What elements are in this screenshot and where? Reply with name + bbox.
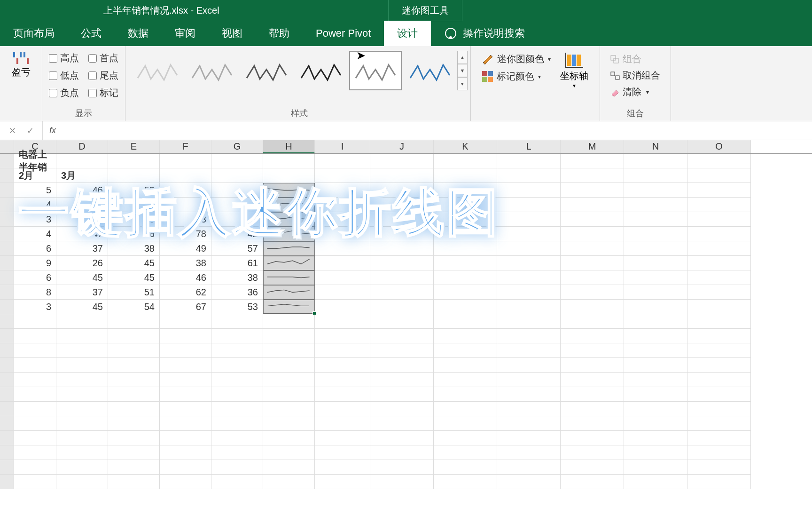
cell[interactable] [624,460,687,475]
cell[interactable] [370,358,434,373]
cell[interactable] [497,183,561,198]
cell[interactable] [561,416,624,431]
colhdr-E[interactable]: E [108,140,160,153]
cell[interactable] [56,460,108,475]
cell[interactable] [160,343,211,358]
cell[interactable]: 电器上半年销 [14,154,56,168]
cell[interactable]: 61 [211,256,263,270]
cell[interactable] [56,431,108,445]
cell[interactable] [108,358,160,373]
cell[interactable] [211,343,263,358]
cell[interactable]: 45 [108,256,160,270]
cell[interactable] [624,314,687,329]
style-option-5[interactable] [404,51,456,90]
cell[interactable] [497,270,561,285]
cell[interactable] [160,402,211,416]
cell[interactable] [14,475,56,489]
cell[interactable] [370,270,434,285]
cell[interactable] [263,285,315,300]
cell[interactable] [315,373,370,387]
cell[interactable] [687,387,751,402]
cell[interactable] [624,445,687,460]
cell[interactable] [561,358,624,373]
cell[interactable]: 38 [160,256,211,270]
cell[interactable] [624,402,687,416]
cell[interactable] [624,387,687,402]
cell[interactable] [497,402,561,416]
cell[interactable] [370,154,434,168]
cell[interactable] [263,154,315,168]
cell[interactable] [434,314,497,329]
cell[interactable] [561,198,624,212]
cell[interactable] [315,358,370,373]
cell[interactable] [263,460,315,475]
cell[interactable] [315,256,370,270]
cell[interactable] [370,445,434,460]
cell[interactable] [497,387,561,402]
cell[interactable] [687,431,751,445]
cell[interactable] [497,168,561,183]
cell[interactable] [497,241,561,256]
cell[interactable] [370,329,434,343]
cell[interactable] [263,431,315,445]
cell[interactable] [108,329,160,343]
cell[interactable] [56,416,108,431]
cell[interactable]: 51 [108,285,160,300]
cell[interactable] [315,416,370,431]
cell[interactable] [434,285,497,300]
cell[interactable] [497,416,561,431]
cell[interactable] [211,402,263,416]
cell[interactable]: 67 [160,300,211,314]
cell[interactable] [561,431,624,445]
cell[interactable] [561,343,624,358]
tab-formulas[interactable]: 公式 [68,21,115,46]
style-option-2[interactable] [240,51,293,90]
cell[interactable] [370,300,434,314]
cell[interactable] [561,402,624,416]
cell[interactable] [497,227,561,241]
cell[interactable] [561,300,624,314]
cell[interactable] [14,358,56,373]
cell[interactable] [14,329,56,343]
tab-pagelayout[interactable]: 页面布局 [0,21,68,46]
winloss-button[interactable]: 盈亏 [7,50,35,80]
cell[interactable] [14,387,56,402]
cell[interactable] [687,343,751,358]
cell[interactable] [687,358,751,373]
cell[interactable] [687,475,751,489]
cell[interactable] [624,256,687,270]
cell[interactable] [561,329,624,343]
cell[interactable] [624,198,687,212]
cell[interactable] [263,445,315,460]
cell[interactable] [624,300,687,314]
cell[interactable] [108,343,160,358]
ungroup-button[interactable]: 取消组合 [610,69,660,82]
select-all-corner[interactable] [0,140,14,153]
cell[interactable]: 54 [108,300,160,314]
cell[interactable] [263,402,315,416]
cell[interactable] [108,314,160,329]
tab-design[interactable]: 设计 [384,21,431,46]
first-point-checkbox[interactable]: 首点 [88,52,118,64]
cell[interactable] [315,387,370,402]
cell[interactable] [56,314,108,329]
cell[interactable] [561,270,624,285]
style-option-0[interactable] [131,51,184,90]
cell[interactable] [561,168,624,183]
cell[interactable] [370,373,434,387]
cell[interactable] [687,270,751,285]
cell[interactable] [370,431,434,445]
tab-help[interactable]: 帮助 [256,21,303,46]
cell[interactable] [315,270,370,285]
cancel-formula-button[interactable]: ✕ [8,126,17,135]
cell[interactable] [497,329,561,343]
cell[interactable] [370,256,434,270]
cell[interactable] [160,154,211,168]
cell[interactable] [687,256,751,270]
cell[interactable] [315,329,370,343]
cell[interactable] [108,373,160,387]
cell[interactable] [561,154,624,168]
cell[interactable] [263,329,315,343]
cell[interactable] [624,285,687,300]
cell[interactable] [211,416,263,431]
